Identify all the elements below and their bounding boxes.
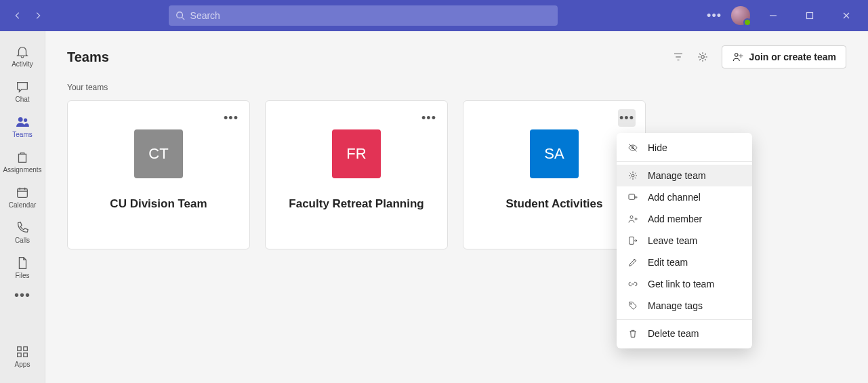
tag-icon bbox=[627, 300, 638, 311]
filter-icon bbox=[672, 51, 684, 63]
svg-rect-8 bbox=[24, 352, 28, 357]
app-rail: Activity Chat Teams Assignments Calendar… bbox=[0, 31, 45, 383]
menu-delete-team[interactable]: Delete team bbox=[617, 323, 752, 344]
person-plus-icon bbox=[627, 214, 638, 224]
apprail-apps[interactable]: Apps bbox=[0, 338, 45, 374]
trash-icon bbox=[627, 328, 638, 339]
apprail-activity[interactable]: Activity bbox=[0, 38, 45, 73]
apprail-assignments[interactable]: Assignments bbox=[0, 144, 45, 179]
titlebar: Search ••• bbox=[0, 0, 868, 31]
apprail-more[interactable]: ••• bbox=[14, 287, 30, 303]
apprail-calendar[interactable]: Calendar bbox=[0, 179, 45, 214]
pencil-icon bbox=[627, 257, 638, 268]
menu-hide[interactable]: Hide bbox=[617, 137, 752, 159]
presence-available-icon bbox=[743, 18, 751, 26]
svg-rect-7 bbox=[18, 352, 22, 357]
team-avatar: SA bbox=[530, 129, 579, 178]
team-more-button[interactable]: ••• bbox=[420, 109, 438, 127]
team-name: CU Division Team bbox=[102, 197, 215, 211]
search-input[interactable]: Search bbox=[169, 5, 558, 26]
apprail-label: Files bbox=[15, 272, 29, 279]
search-icon bbox=[175, 11, 185, 20]
menu-add-channel[interactable]: Add channel bbox=[617, 186, 752, 208]
page-title: Teams bbox=[67, 49, 665, 65]
assignments-icon bbox=[15, 150, 30, 165]
apprail-label: Calls bbox=[15, 237, 30, 244]
apps-icon bbox=[15, 344, 30, 359]
menu-leave-team[interactable]: Leave team bbox=[617, 230, 752, 251]
menu-label: Manage tags bbox=[648, 300, 703, 311]
apprail-teams[interactable]: Teams bbox=[0, 108, 45, 144]
team-name: Student Activities bbox=[498, 197, 611, 211]
apprail-calls[interactable]: Calls bbox=[0, 214, 45, 249]
svg-point-9 bbox=[701, 56, 704, 59]
people-plus-icon bbox=[732, 51, 744, 63]
leave-icon bbox=[627, 235, 638, 246]
team-initials: FR bbox=[346, 145, 366, 163]
team-more-button[interactable]: ••• bbox=[222, 109, 240, 127]
menu-edit-team[interactable]: Edit team bbox=[617, 251, 752, 273]
svg-point-0 bbox=[176, 12, 182, 18]
svg-point-10 bbox=[735, 54, 738, 57]
apprail-files[interactable]: Files bbox=[0, 249, 45, 285]
minimize-button[interactable] bbox=[760, 5, 787, 26]
gear-icon bbox=[627, 170, 638, 181]
search-wrap: Search bbox=[46, 5, 707, 26]
team-more-button[interactable]: ••• bbox=[618, 109, 636, 127]
eye-off-icon bbox=[627, 142, 638, 153]
more-options-button[interactable]: ••• bbox=[707, 9, 722, 23]
gear-icon bbox=[697, 51, 709, 63]
menu-label: Leave team bbox=[648, 235, 697, 246]
apprail-label: Chat bbox=[15, 96, 29, 103]
maximize-button[interactable] bbox=[796, 5, 823, 26]
forward-button[interactable] bbox=[30, 7, 46, 24]
menu-label: Get link to team bbox=[648, 279, 714, 289]
svg-rect-6 bbox=[24, 346, 28, 350]
svg-rect-16 bbox=[629, 237, 634, 245]
team-card[interactable]: ••• CT CU Division Team bbox=[67, 100, 250, 249]
team-initials: SA bbox=[544, 145, 564, 163]
phone-icon bbox=[15, 220, 30, 235]
menu-label: Add member bbox=[648, 214, 702, 224]
apprail-chat[interactable]: Chat bbox=[0, 73, 45, 108]
svg-rect-1 bbox=[807, 13, 813, 19]
menu-add-member[interactable]: Add member bbox=[617, 208, 752, 230]
apprail-label: Apps bbox=[15, 361, 30, 368]
svg-rect-14 bbox=[629, 194, 635, 199]
file-icon bbox=[15, 256, 30, 270]
menu-label: Manage team bbox=[648, 170, 706, 181]
calendar-icon bbox=[15, 185, 30, 200]
apprail-label: Activity bbox=[12, 60, 33, 68]
team-context-menu: Hide Manage team Add channel Add member … bbox=[617, 133, 752, 348]
svg-point-11 bbox=[740, 56, 741, 57]
team-avatar: CT bbox=[134, 129, 183, 178]
menu-label: Edit team bbox=[648, 257, 688, 268]
back-button[interactable] bbox=[9, 7, 26, 24]
apprail-label: Calendar bbox=[9, 201, 37, 209]
settings-button[interactable] bbox=[692, 46, 714, 68]
team-initials: CT bbox=[148, 145, 168, 163]
close-button[interactable] bbox=[833, 5, 860, 26]
svg-rect-4 bbox=[18, 188, 28, 197]
svg-point-3 bbox=[24, 119, 27, 121]
link-icon bbox=[627, 279, 638, 289]
nav-arrows bbox=[9, 7, 46, 24]
team-avatar: FR bbox=[332, 129, 381, 178]
menu-label: Delete team bbox=[648, 328, 699, 339]
menu-separator bbox=[617, 161, 752, 162]
menu-manage-team[interactable]: Manage team bbox=[617, 165, 752, 186]
channel-plus-icon bbox=[627, 192, 638, 203]
svg-rect-5 bbox=[18, 346, 22, 350]
join-button-label: Join or create team bbox=[749, 52, 836, 62]
team-name: Faculty Retreat Planning bbox=[281, 197, 432, 211]
filter-button[interactable] bbox=[667, 46, 689, 68]
team-card[interactable]: ••• FR Faculty Retreat Planning bbox=[265, 100, 448, 249]
apprail-label: Assignments bbox=[3, 166, 41, 174]
menu-manage-tags[interactable]: Manage tags bbox=[617, 295, 752, 317]
search-placeholder: Search bbox=[190, 10, 220, 21]
join-or-create-team-button[interactable]: Join or create team bbox=[722, 45, 846, 68]
avatar[interactable] bbox=[731, 6, 750, 25]
your-teams-label: Your teams bbox=[67, 83, 846, 92]
svg-point-13 bbox=[632, 174, 634, 177]
menu-get-link[interactable]: Get link to team bbox=[617, 273, 752, 295]
